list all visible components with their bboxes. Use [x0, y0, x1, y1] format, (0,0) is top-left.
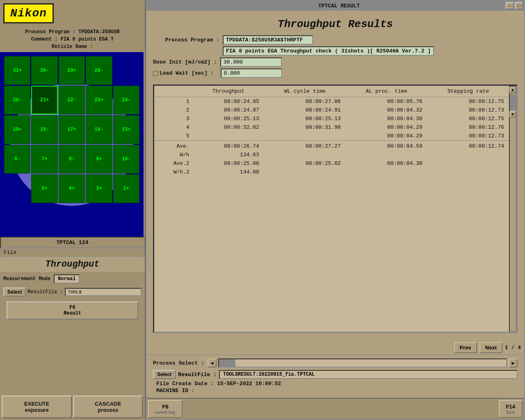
cell-28[interactable]: 28- [86, 56, 112, 85]
cell-23[interactable]: 23+ [86, 86, 112, 114]
wl-1: 00:00:27.06 [264, 97, 346, 106]
scroll-up-arrow[interactable]: ▲ [509, 87, 516, 93]
load-wait-row: Load Wait [sec] : 0.000 [153, 68, 518, 78]
dose-row: Dose Init [mJ/cm2] : 30.000 [153, 57, 518, 67]
row-num-4: 4 [154, 123, 193, 132]
scroll-left-arrow[interactable]: ◀ [155, 332, 162, 333]
cell-9[interactable]: 9+ [86, 145, 112, 173]
load-wait-checkbox[interactable] [153, 71, 158, 76]
nav-area: Prev Next 1 / 4 [146, 340, 524, 355]
comment-row: FIA 8 points EGA Throughput check ( 31sh… [153, 46, 518, 56]
cell-18[interactable]: 18- [31, 115, 57, 144]
cell-15[interactable]: 15+ [113, 115, 139, 144]
cell-3[interactable]: 3+ [86, 174, 112, 203]
load-wait-value: 0.000 [221, 68, 282, 78]
cell-17[interactable]: 17+ [59, 115, 85, 144]
tptcal-bar: TPTCAL 124 [0, 237, 145, 248]
f6-event-log-button[interactable]: F6 event log [148, 400, 183, 418]
sum-wl-wh [264, 151, 346, 159]
wl-5 [264, 132, 346, 141]
cell-6[interactable]: 6- [4, 145, 30, 173]
cell-29[interactable]: 29+ [59, 56, 85, 85]
wafer-grid: 31+ 30- 29+ 28- 20- 21+ 22- 23+ 24- 19+ … [0, 52, 144, 237]
cell-21[interactable]: 21+ [31, 86, 57, 114]
col-header-step: Stepping rate [427, 86, 509, 97]
cell-22[interactable]: 22- [59, 86, 85, 114]
result-select-button[interactable]: Select [153, 370, 176, 379]
throughput-3: 00:00:25.13 [193, 114, 264, 123]
slider-left-btn[interactable]: ◀ [208, 358, 217, 368]
cell-19[interactable]: 19+ [4, 115, 30, 144]
result-file-row: Select ResultFile : TOOL$RESULT:20220915… [153, 370, 518, 379]
prev-button[interactable]: Prev [454, 342, 477, 353]
scroll-thumb[interactable] [510, 94, 516, 110]
throughput-2: 00:00:24.87 [193, 106, 264, 114]
select-button[interactable]: Select [3, 288, 26, 297]
results-table: Throughput WL cycle time AL proc. time S… [154, 86, 509, 176]
file-create-date-value: 15-SEP-2022 16:09:52 [217, 381, 281, 387]
cell-10[interactable]: 10- [113, 145, 139, 173]
file-menu[interactable]: File [0, 248, 145, 257]
cascade-button[interactable]: CASCADE process [73, 395, 144, 418]
cell-31[interactable]: 31+ [4, 56, 30, 85]
f6-result-button[interactable]: F6Result [7, 301, 138, 320]
cell-2[interactable]: 2+ [113, 174, 139, 203]
slider-thumb [219, 359, 235, 367]
execute-button[interactable]: EXECUTE exposure [2, 395, 72, 418]
sum-al-wh2 [346, 168, 427, 176]
function-bar: F6 event log F14 Exit [146, 398, 524, 419]
machine-id-row: MACHINE ID : [153, 388, 518, 394]
f14-sub-label: Exit [507, 410, 515, 415]
al-2: 00:00:04.32 [346, 106, 427, 114]
f14-exit-button[interactable]: F14 Exit [499, 400, 523, 418]
meas-mode-value: Normal [54, 274, 80, 283]
cell-4[interactable]: 4+ [59, 174, 85, 203]
cell-24[interactable]: 24- [113, 86, 139, 114]
f6-key-label: F6 [162, 404, 169, 410]
cell-16[interactable]: 16- [86, 115, 112, 144]
cell-empty-1 [113, 56, 139, 85]
titlebar-buttons[interactable]: - □ [506, 2, 523, 9]
scroll-right-arrow[interactable]: ▶ [509, 332, 516, 333]
row-num-2: 2 [154, 106, 193, 114]
vertical-scrollbar[interactable]: ▲ ▼ [509, 86, 516, 332]
sum-al-ave: 00:00:04.59 [346, 141, 427, 151]
table-row: 5 00:00:04.29 00:00:12.73 [154, 132, 509, 141]
result-file-value: TOOL$ [65, 288, 142, 296]
sum-step-wh [427, 151, 509, 159]
process-program-row: Process Program : TPDDATA:$258USR3A$THRP… [153, 35, 518, 45]
slider-right-btn[interactable]: ▶ [509, 358, 518, 368]
process-slider[interactable]: ◀ ▶ [208, 358, 518, 368]
table-row: 2 00:00:24.87 00:00:24.91 00:00:04.32 00… [154, 106, 509, 114]
nikon-header: Nikon [0, 0, 145, 27]
cell-30[interactable]: 30- [31, 56, 57, 85]
load-wait-label: Load Wait [sec] : [160, 70, 217, 76]
result-window-title: TPTCAL RESULT [318, 3, 360, 9]
sum-wl-ave: 00:00:27.27 [264, 141, 346, 151]
meas-mode-label: Measurement Mode [3, 276, 50, 282]
next-button[interactable]: Next [479, 342, 502, 353]
horizontal-scrollbar[interactable]: ◀ ▶ [154, 332, 516, 333]
al-4: 00:00:04.29 [346, 123, 427, 132]
cell-7[interactable]: 7+ [31, 145, 57, 173]
step-4: 00:00:12.76 [427, 123, 509, 132]
cell-5[interactable]: 5+ [31, 174, 57, 203]
throughput-1: 00:00:24.95 [193, 97, 264, 106]
select-row: Select ResultFile : TOOL$ [0, 286, 145, 298]
cell-8[interactable]: 8- [59, 145, 85, 173]
sum-throughput-wh: 134.63 [193, 151, 264, 159]
scroll-down-arrow[interactable]: ▼ [509, 111, 516, 118]
file-menu-item[interactable]: File [4, 249, 16, 256]
maximize-button[interactable]: □ [515, 2, 523, 9]
wafer-container: 31+ 30- 29+ 28- 20- 21+ 22- 23+ 24- 19+ … [0, 52, 144, 237]
col-header-wl: WL cycle time [264, 86, 346, 97]
file-create-date-label: File Create Date : [156, 381, 214, 387]
slider-track[interactable] [218, 358, 507, 368]
cell-20[interactable]: 20- [4, 86, 30, 114]
summary-row-wh: W/h 134.63 [154, 151, 509, 159]
reticle-text: Reticle Name : [3, 43, 142, 50]
h-scroll-track[interactable] [162, 333, 509, 333]
process-select-label: Process Select : [153, 360, 204, 366]
sum-throughput-ave: 00:00:26.74 [193, 141, 264, 151]
minimize-button[interactable]: - [506, 2, 514, 9]
